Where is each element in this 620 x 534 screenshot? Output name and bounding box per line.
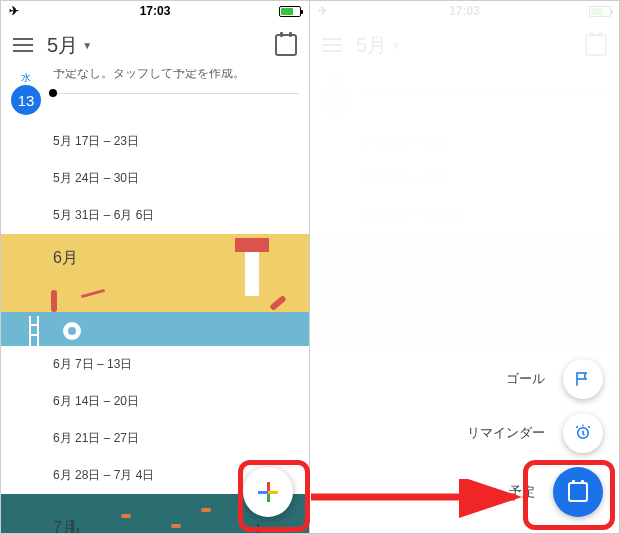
speed-dial-reminder[interactable]: リマインダー xyxy=(461,413,603,453)
speed-dial-label: リマインダー xyxy=(461,420,551,446)
app-header: 5月 ▼ xyxy=(310,21,619,69)
today-row[interactable]: 水 13 予定なし。タップして予定を作成。 xyxy=(1,69,309,123)
month-label: 5月 xyxy=(47,32,78,59)
screen-before: ✈︎ 17:03 5月 ▼ 水 13 予定なし。タップして予定を作成。 xyxy=(1,1,310,533)
empty-hint: 予定なし。タップして予定を作成。 xyxy=(53,69,245,82)
create-speed-dial: ゴール リマインダー 予定 xyxy=(461,359,603,517)
chevron-down-icon: ▼ xyxy=(391,40,401,51)
day-chip: 13 xyxy=(11,85,41,115)
month-label: 5月 xyxy=(356,32,387,59)
plus-icon xyxy=(258,482,278,502)
month-banner-label: 6月 xyxy=(53,248,78,269)
reminder-icon xyxy=(563,413,603,453)
week-range[interactable]: 6月 7日 – 13日 xyxy=(1,346,309,383)
month-dropdown[interactable]: 5月 ▼ xyxy=(356,32,401,59)
battery-icon xyxy=(279,6,301,17)
battery-icon xyxy=(589,6,611,17)
month-banner-label: 7月 xyxy=(53,518,78,533)
airplane-icon: ✈︎ xyxy=(318,4,328,18)
speed-dial-label: ゴール xyxy=(500,366,551,392)
event-fab xyxy=(553,467,603,517)
week-range[interactable]: 6月 21日 – 27日 xyxy=(1,420,309,457)
status-bar: ✈︎ 17:03 xyxy=(310,1,619,21)
status-time: 17:03 xyxy=(449,4,480,18)
status-bar: ✈︎ 17:03 xyxy=(1,1,309,21)
calendar-icon xyxy=(568,482,588,502)
chevron-down-icon: ▼ xyxy=(82,40,92,51)
screen-after: ✈︎ 17:03 5月 ▼ 水 13 5月 17日 – 23日 xyxy=(310,1,619,533)
today-icon[interactable] xyxy=(275,34,297,56)
airplane-icon: ✈︎ xyxy=(9,4,19,18)
month-banner-june: 6月 xyxy=(1,234,309,346)
calendar-body[interactable]: 水 13 予定なし。タップして予定を作成。 5月 17日 – 23日 5月 24… xyxy=(1,69,309,533)
week-range[interactable]: 5月 17日 – 23日 xyxy=(1,123,309,160)
weekday-label: 水 xyxy=(21,71,31,85)
menu-icon[interactable] xyxy=(13,38,33,52)
today-icon[interactable] xyxy=(585,34,607,56)
week-range[interactable]: 5月 24日 – 30日 xyxy=(1,160,309,197)
week-range[interactable]: 5月 31日 – 6月 6日 xyxy=(1,197,309,234)
app-header: 5月 ▼ xyxy=(1,21,309,69)
speed-dial-label: 予定 xyxy=(503,479,541,505)
month-dropdown[interactable]: 5月 ▼ xyxy=(47,32,92,59)
speed-dial-goal[interactable]: ゴール xyxy=(500,359,603,399)
flag-icon xyxy=(563,359,603,399)
menu-icon[interactable] xyxy=(322,38,342,52)
create-fab[interactable] xyxy=(243,467,293,517)
speed-dial-event[interactable]: 予定 xyxy=(503,467,603,517)
status-time: 17:03 xyxy=(140,4,171,18)
week-range[interactable]: 6月 14日 – 20日 xyxy=(1,383,309,420)
